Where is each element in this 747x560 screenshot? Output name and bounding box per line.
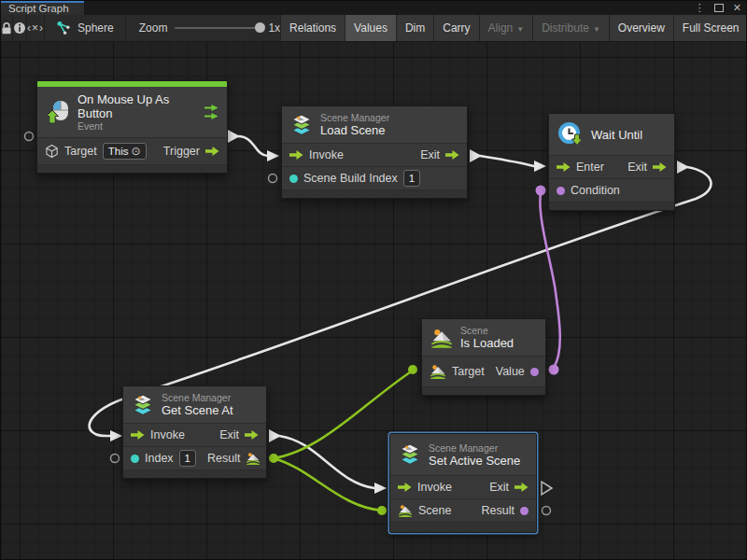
- node-header[interactable]: Scene Manager Set Active Scene: [390, 434, 536, 475]
- node-footer: [390, 522, 536, 532]
- overview-button[interactable]: Overview: [609, 15, 673, 41]
- info-button[interactable]: [13, 15, 27, 41]
- chevron-down-icon: ▼: [593, 25, 600, 34]
- zoom-slider[interactable]: [175, 27, 261, 29]
- tab-bar: Script Graph ⋮ ✕: [1, 1, 746, 15]
- port-row: Scene Result: [390, 498, 536, 522]
- graph-target-indicator[interactable]: Sphere: [45, 15, 126, 41]
- port-row: Index 1 Result: [123, 446, 266, 469]
- info-icon: [13, 21, 26, 35]
- int-port-dot[interactable]: [289, 175, 298, 183]
- dim-button[interactable]: Dim: [396, 15, 433, 41]
- port-label-result: Result: [207, 452, 240, 465]
- flow-arrow-icon[interactable]: [398, 482, 412, 493]
- node-header[interactable]: Scene Manager Get Scene At: [123, 386, 266, 423]
- port-row: Target Value: [422, 356, 545, 386]
- port-label-exit: Exit: [489, 481, 509, 494]
- port-label-value: Value: [496, 365, 525, 378]
- node-set-active-scene[interactable]: Scene Manager Set Active Scene Invoke Ex…: [389, 433, 537, 533]
- zoom-label: Zoom: [139, 21, 168, 35]
- scene-manager-icon: [290, 114, 313, 136]
- graph-toolbar: ‹×› Sphere Zoom 1x Relations Values Dim …: [1, 15, 746, 42]
- node-header[interactable]: Scene Is Loaded: [422, 319, 545, 356]
- index-value-box[interactable]: 1: [403, 170, 420, 187]
- node-title: Load Scene: [320, 123, 389, 137]
- port-label-scene: Scene: [418, 504, 451, 517]
- full-screen-button[interactable]: Full Screen: [673, 15, 747, 41]
- port-label-invoke: Invoke: [309, 148, 344, 161]
- script-graph-window: Script Graph ⋮ ✕ ‹×› Sphere Zoom 1x Rela…: [0, 0, 747, 560]
- boolean-port-dot[interactable]: [530, 368, 539, 376]
- node-footer: [37, 164, 227, 173]
- port-label-target: Target: [64, 145, 97, 158]
- tab-script-graph[interactable]: Script Graph: [1, 1, 84, 15]
- scene-icon[interactable]: [430, 364, 446, 379]
- distribute-label: Distribute: [542, 21, 589, 35]
- code-preview-button[interactable]: ‹×›: [27, 15, 45, 41]
- int-port-dot[interactable]: [131, 455, 139, 463]
- index-value-box[interactable]: 1: [179, 450, 196, 467]
- lock-icon: [1, 21, 12, 35]
- mouse-up-icon: [46, 100, 70, 124]
- window-controls: ⋮ ✕: [695, 1, 741, 15]
- flow-arrow-icon[interactable]: [557, 161, 571, 173]
- node-get-scene-at[interactable]: Scene Manager Get Scene At Invoke Exit I…: [122, 385, 267, 479]
- object-picker-icon[interactable]: ⊙: [131, 144, 140, 159]
- distribute-button[interactable]: Distribute ▼: [532, 15, 609, 41]
- port-label-trigger: Trigger: [163, 145, 200, 158]
- scene-icon: [430, 328, 453, 348]
- target-value-box[interactable]: This ⊙: [103, 143, 147, 160]
- node-caption: Scene Manager: [320, 112, 389, 123]
- relations-button[interactable]: Relations: [280, 15, 345, 41]
- node-footer: [123, 469, 266, 478]
- node-title: Set Active Scene: [429, 454, 520, 468]
- node-subtitle: Event: [78, 120, 190, 132]
- close-icon[interactable]: ✕: [733, 3, 741, 13]
- node-header[interactable]: Wait Until: [549, 114, 674, 155]
- flow-arrow-icon[interactable]: [205, 146, 219, 157]
- scene-icon[interactable]: [398, 504, 413, 517]
- port-label-target: Target: [452, 365, 485, 378]
- port-label-exit: Exit: [420, 148, 440, 161]
- node-footer: [422, 386, 545, 395]
- target-value: This: [108, 144, 129, 159]
- node-header[interactable]: Scene Manager Load Scene: [282, 106, 467, 143]
- maximize-icon[interactable]: [714, 4, 724, 12]
- node-is-loaded[interactable]: Scene Is Loaded Target Value: [421, 318, 546, 396]
- flow-arrow-icon[interactable]: [131, 429, 145, 441]
- flow-arrow-icon[interactable]: [289, 149, 303, 161]
- flow-arrow-icon[interactable]: [514, 482, 529, 493]
- port-label-exit: Exit: [219, 428, 239, 441]
- node-title: Get Scene At: [162, 403, 233, 417]
- lock-button[interactable]: [1, 15, 13, 41]
- port-row: Invoke Exit: [282, 143, 467, 166]
- graph-hierarchy-icon: [56, 21, 71, 35]
- port-label-condition: Condition: [571, 184, 620, 197]
- coroutine-arrows-icon[interactable]: [204, 104, 218, 120]
- node-load-scene[interactable]: Scene Manager Load Scene Invoke Exit Sce…: [281, 105, 468, 199]
- node-wait-until[interactable]: Wait Until Enter Exit Condition: [548, 113, 675, 211]
- port-label-result: Result: [482, 504, 514, 517]
- kebab-menu-icon[interactable]: ⋮: [695, 3, 705, 13]
- scene-icon[interactable]: [246, 452, 261, 465]
- flow-arrow-icon[interactable]: [445, 149, 459, 161]
- scene-manager-icon: [132, 394, 154, 416]
- port-row: Enter Exit: [549, 155, 674, 178]
- boolean-port-dot[interactable]: [557, 187, 565, 195]
- flow-arrow-icon[interactable]: [653, 161, 667, 173]
- port-label-index: Index: [145, 452, 174, 465]
- node-on-mouse-up-as-button[interactable]: On Mouse Up As Button Event Target This …: [36, 80, 228, 174]
- node-caption: Scene Manager: [429, 442, 520, 454]
- carry-button[interactable]: Carry: [433, 15, 478, 41]
- gameobject-cube-icon: [45, 144, 59, 159]
- node-title: On Mouse Up As Button: [78, 92, 190, 120]
- node-footer: [549, 202, 674, 210]
- zoom-value: 1x: [268, 21, 280, 35]
- align-button[interactable]: Align ▼: [479, 15, 533, 41]
- node-header[interactable]: On Mouse Up As Button Event: [37, 87, 227, 137]
- zoom-control: Zoom 1x: [126, 15, 280, 41]
- flow-arrow-icon[interactable]: [245, 429, 259, 441]
- zoom-slider-knob[interactable]: [255, 22, 265, 33]
- scene-result-port-dot[interactable]: [520, 507, 529, 515]
- values-button[interactable]: Values: [345, 15, 396, 41]
